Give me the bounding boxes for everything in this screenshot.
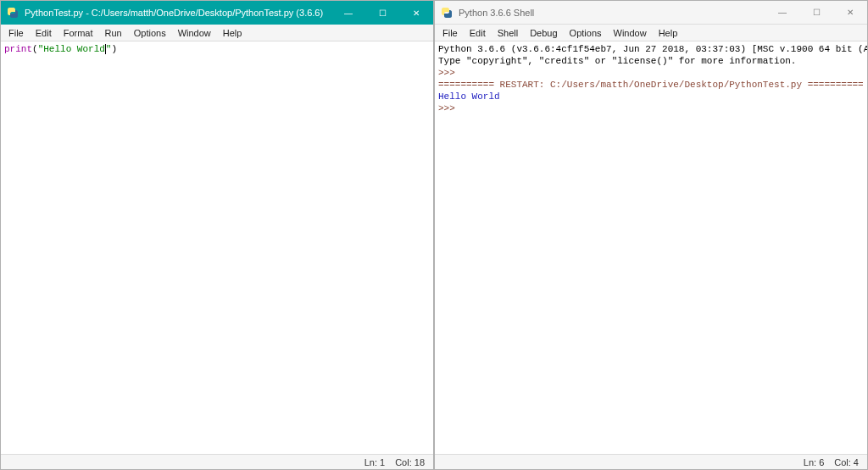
code-token-paren: ( xyxy=(32,44,38,54)
minimize-button[interactable]: — xyxy=(331,1,365,25)
editor-window-controls: — ☐ ✕ xyxy=(331,1,433,25)
shell-window-controls: — ☐ ✕ xyxy=(765,1,867,24)
close-button[interactable]: ✕ xyxy=(833,1,867,24)
status-line: Ln: 6 xyxy=(804,457,824,467)
maximize-button[interactable]: ☐ xyxy=(799,1,833,24)
menu-help[interactable]: Help xyxy=(653,25,684,41)
shell-prompt: >>> xyxy=(438,68,455,78)
shell-window: Python 3.6.6 Shell — ☐ ✕ File Edit Shell… xyxy=(434,0,868,470)
shell-output-line: Hello World xyxy=(438,91,500,102)
minimize-button[interactable]: — xyxy=(765,1,799,24)
editor-code-area[interactable]: print("Hello World") xyxy=(1,41,433,454)
shell-restart-line: ========== RESTART: C:/Users/matth/OneDr… xyxy=(438,80,864,90)
menu-file[interactable]: File xyxy=(3,25,30,41)
python-shell-icon xyxy=(440,6,453,19)
close-button[interactable]: ✕ xyxy=(399,1,433,25)
menu-format[interactable]: Format xyxy=(58,25,99,41)
shell-title: Python 3.6.6 Shell xyxy=(459,8,765,18)
menu-shell[interactable]: Shell xyxy=(492,25,524,41)
editor-statusbar: Ln: 1 Col: 18 xyxy=(1,454,433,469)
menu-debug[interactable]: Debug xyxy=(524,25,563,41)
status-line: Ln: 1 xyxy=(364,457,385,467)
editor-menubar: File Edit Format Run Options Window Help xyxy=(1,25,433,41)
shell-menubar: File Edit Shell Debug Options Window Hel… xyxy=(435,25,867,41)
shell-banner-line: Python 3.6.6 (v3.6.6:4cf1f54eb7, Jun 27 … xyxy=(438,44,867,54)
shell-statusbar: Ln: 6 Col: 4 xyxy=(435,454,867,469)
status-col: Col: 4 xyxy=(834,457,859,467)
shell-banner-line: Type "copyright", "credits" or "license(… xyxy=(438,56,796,66)
menu-window[interactable]: Window xyxy=(608,25,653,41)
maximize-button[interactable]: ☐ xyxy=(365,1,399,25)
menu-window[interactable]: Window xyxy=(172,25,217,41)
menu-edit[interactable]: Edit xyxy=(464,25,492,41)
shell-prompt: >>> xyxy=(438,103,455,113)
shell-output-area[interactable]: Python 3.6.6 (v3.6.6:4cf1f54eb7, Jun 27 … xyxy=(435,41,867,454)
menu-run[interactable]: Run xyxy=(99,25,128,41)
python-file-icon xyxy=(6,6,19,19)
editor-window: PythonTest.py - C:/Users/matth/OneDrive/… xyxy=(0,0,434,470)
code-token-paren: ) xyxy=(111,44,117,54)
code-token-func: print xyxy=(4,44,32,54)
code-token-string: Hello World xyxy=(43,44,105,54)
menu-file[interactable]: File xyxy=(437,25,464,41)
status-col: Col: 18 xyxy=(395,457,425,467)
menu-options[interactable]: Options xyxy=(128,25,172,41)
menu-help[interactable]: Help xyxy=(217,25,248,41)
shell-titlebar[interactable]: Python 3.6.6 Shell — ☐ ✕ xyxy=(435,1,867,25)
editor-titlebar[interactable]: PythonTest.py - C:/Users/matth/OneDrive/… xyxy=(1,1,433,25)
editor-title: PythonTest.py - C:/Users/matth/OneDrive/… xyxy=(25,8,331,18)
menu-options[interactable]: Options xyxy=(564,25,608,41)
menu-edit[interactable]: Edit xyxy=(30,25,58,41)
